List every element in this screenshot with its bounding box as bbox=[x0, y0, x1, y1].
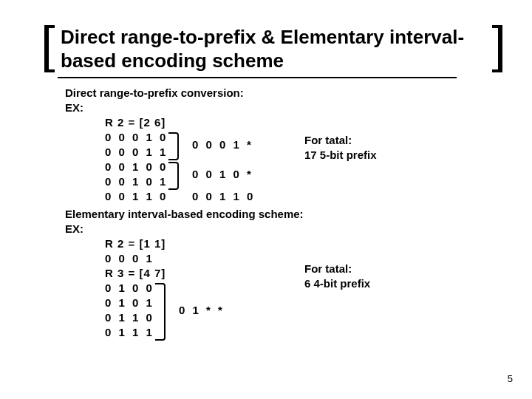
section1-content: R 2 = [2 6] 0 0 0 1 0 0 0 0 1 1 0 0 1 0 … bbox=[105, 115, 502, 204]
note-block: For tatal: 6 4-bit prefix bbox=[304, 262, 370, 291]
prefix-result: 0 0 1 1 0 bbox=[192, 189, 255, 204]
bit-row: 0 0 1 0 1 bbox=[105, 174, 502, 189]
range-r2b: R 2 = [1 1] bbox=[105, 236, 502, 251]
note-line: For tatal: bbox=[304, 262, 370, 276]
section2-ex: EX: bbox=[65, 222, 502, 236]
left-bracket-icon bbox=[44, 25, 55, 72]
slide-title: Direct range-to-prefix & Elementary inte… bbox=[55, 25, 492, 72]
slide: Direct range-to-prefix & Elementary inte… bbox=[0, 0, 532, 399]
body: Direct range-to-prefix conversion: EX: R… bbox=[65, 86, 502, 340]
section1-ex: EX: bbox=[65, 100, 502, 115]
bit-group-5: 0 0 0 1 0 0 0 0 1 1 0 0 1 0 0 0 0 1 0 1 … bbox=[105, 130, 502, 204]
right-bracket-icon bbox=[492, 25, 502, 72]
brace-icon bbox=[168, 162, 179, 190]
range-r3: R 3 = [4 7] bbox=[105, 266, 502, 281]
title-underline bbox=[58, 77, 457, 78]
bit-row: 0 0 1 1 0 bbox=[105, 189, 502, 204]
note-block: For tatal: 17 5-bit prefix bbox=[304, 133, 377, 163]
note-line: 17 5-bit prefix bbox=[304, 148, 377, 163]
range-r2: R 2 = [2 6] bbox=[105, 115, 502, 130]
section2-heading: Elementary interval-based encoding schem… bbox=[65, 207, 502, 222]
prefix-result: 0 1 * * bbox=[179, 303, 225, 318]
title-block: Direct range-to-prefix & Elementary inte… bbox=[44, 25, 502, 72]
bit-row: 0 0 1 0 0 bbox=[105, 160, 502, 174]
brace-icon bbox=[168, 132, 179, 160]
bit-row: 0 0 0 1 0 bbox=[105, 130, 502, 145]
page-number: 5 bbox=[508, 373, 513, 384]
bit-row: 0 0 0 1 bbox=[105, 251, 502, 266]
bit-row: 0 0 0 1 1 bbox=[105, 145, 502, 160]
note-line: For tatal: bbox=[304, 133, 377, 148]
bit-group-4: 0 1 0 0 0 1 0 1 0 1 1 0 0 1 1 1 0 1 * * bbox=[105, 281, 502, 340]
note-line: 6 4-bit prefix bbox=[304, 276, 370, 291]
section1-heading: Direct range-to-prefix conversion: bbox=[65, 86, 502, 100]
brace-icon bbox=[155, 283, 166, 341]
section2-content: R 2 = [1 1] 0 0 0 1 R 3 = [4 7] 0 1 0 0 … bbox=[105, 236, 502, 340]
prefix-result: 0 0 0 1 * bbox=[192, 137, 253, 152]
prefix-result: 0 0 1 0 * bbox=[192, 167, 253, 182]
